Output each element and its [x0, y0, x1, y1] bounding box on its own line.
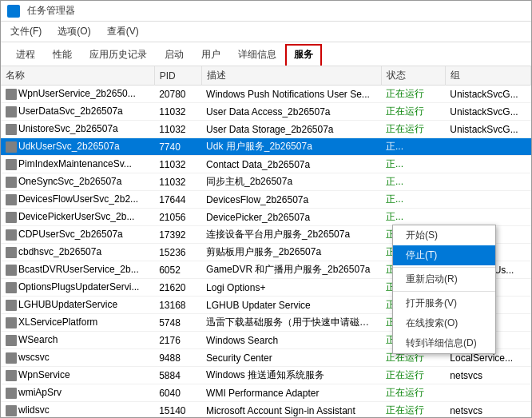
table-row[interactable]: UnistoreSvc_2b26507a11032User Data Stora… — [1, 121, 531, 138]
table-row[interactable]: wlidsvc15140Microsoft Account Sign-in As… — [1, 402, 531, 418]
context-menu-search-online[interactable]: 在线搜索(O) — [393, 313, 495, 333]
col-header-status[interactable]: 状态 — [381, 66, 445, 86]
context-menu: 开始(S) 停止(T) 重新启动(R) 打开服务(V) 在线搜索(O) 转到详细… — [392, 225, 496, 354]
row-service-icon — [6, 388, 17, 399]
context-menu-go-to-details[interactable]: 转到详细信息(D) — [393, 333, 495, 353]
tab-startup[interactable]: 启动 — [156, 44, 193, 66]
menu-options[interactable]: 选项(O) — [54, 23, 93, 40]
context-menu-start[interactable]: 开始(S) — [393, 225, 495, 245]
context-menu-restart[interactable]: 重新启动(R) — [393, 269, 495, 289]
context-menu-divider1 — [393, 267, 495, 268]
row-service-icon — [6, 212, 17, 223]
row-service-icon — [6, 229, 17, 241]
tab-performance[interactable]: 性能 — [44, 44, 81, 66]
service-name: wmiApSrv — [18, 387, 62, 398]
service-name: UnistoreSvc_2b26507a — [18, 123, 118, 134]
tab-services[interactable]: 服务 — [285, 44, 322, 66]
tab-details[interactable]: 详细信息 — [229, 44, 285, 66]
app-icon — [7, 5, 20, 18]
context-menu-stop[interactable]: 停止(T) — [393, 245, 495, 265]
service-name: wlidsvc — [18, 404, 50, 416]
table-row[interactable]: DevicesFlowUserSvc_2b2...17644DevicesFlo… — [1, 191, 531, 209]
table-row[interactable]: UserDataSvc_2b26507a11032User Data Acces… — [1, 103, 531, 121]
row-service-icon — [6, 124, 17, 135]
service-name: wscsvc — [18, 352, 50, 363]
row-service-icon — [6, 405, 17, 416]
row-service-icon — [6, 159, 17, 170]
row-service-icon — [6, 194, 17, 205]
service-name: WpnUserService_2b2650... — [18, 88, 136, 99]
service-name: OptionsPlugsUpdaterServi... — [18, 281, 139, 293]
menu-file[interactable]: 文件(F) — [7, 23, 45, 40]
row-service-icon — [6, 265, 17, 276]
title-bar: 任务管理器 — [1, 1, 531, 22]
table-row[interactable]: PimIndexMaintenanceSv...11032Contact Dat… — [1, 156, 531, 173]
row-service-icon — [6, 300, 17, 311]
service-name: WSearch — [18, 334, 58, 345]
service-name: UdkUserSvc_2b26507a — [18, 141, 120, 152]
service-name: PimIndexMaintenanceSv... — [18, 158, 132, 169]
row-service-icon — [6, 370, 17, 381]
col-header-desc[interactable]: 描述 — [201, 66, 381, 86]
menu-view[interactable]: 查看(V) — [104, 23, 142, 40]
tab-processes[interactable]: 进程 — [7, 44, 44, 66]
service-name: LGHUBUpdaterService — [18, 299, 117, 310]
menu-bar: 文件(F) 选项(O) 查看(V) — [1, 22, 531, 42]
row-service-icon — [6, 141, 17, 153]
row-service-icon — [6, 177, 17, 188]
service-name: XLServicePlatform — [18, 316, 97, 328]
tabs-bar: 进程 性能 应用历史记录 启动 用户 详细信息 服务 — [1, 42, 531, 66]
task-manager-window: 任务管理器 文件(F) 选项(O) 查看(V) 进程 性能 应用历史记录 启动 … — [0, 0, 532, 418]
tab-users[interactable]: 用户 — [193, 44, 229, 66]
service-name: DevicesFlowUserSvc_2b2... — [18, 193, 138, 205]
row-service-icon — [6, 89, 17, 100]
service-name: BcastDVRUserService_2b... — [18, 264, 139, 275]
tab-app-history[interactable]: 应用历史记录 — [81, 44, 156, 66]
col-header-name[interactable]: 名称 — [1, 66, 154, 86]
table-row[interactable]: DevicePickerUserSvc_2b...21056DevicePick… — [1, 209, 531, 226]
row-service-icon — [6, 247, 17, 258]
table-row[interactable]: UdkUserSvc_2b26507a7740Udk 用户服务_2b26507a… — [1, 138, 531, 156]
service-name: UserDataSvc_2b26507a — [18, 105, 123, 117]
context-menu-open-services[interactable]: 打开服务(V) — [393, 293, 495, 313]
service-name: WpnService — [18, 369, 70, 380]
service-name: OneSyncSvc_2b26507a — [18, 176, 121, 187]
row-service-icon — [6, 282, 17, 293]
services-table-container: 名称 PID 描述 状态 组 WpnUserService_2b2650...2… — [1, 66, 531, 417]
col-header-pid[interactable]: PID — [154, 66, 201, 86]
table-row[interactable]: wmiApSrv6040WMI Performance Adapter正在运行 — [1, 384, 531, 402]
row-service-icon — [6, 317, 17, 328]
col-header-group[interactable]: 组 — [445, 66, 530, 86]
table-header-row: 名称 PID 描述 状态 组 — [1, 66, 531, 86]
service-name: CDPUserSvc_2b26507a — [18, 229, 123, 240]
row-service-icon — [6, 352, 17, 364]
table-row[interactable]: OneSyncSvc_2b26507a11032同步主机_2b26507a正..… — [1, 173, 531, 191]
row-service-icon — [6, 106, 17, 117]
table-row[interactable]: WpnService5884Windows 推送通知系统服务正在运行netsvc… — [1, 367, 531, 384]
table-row[interactable]: WpnUserService_2b2650...20780Windows Pus… — [1, 86, 531, 103]
context-menu-divider2 — [393, 291, 495, 292]
row-service-icon — [6, 335, 17, 346]
service-name: DevicePickerUserSvc_2b... — [18, 211, 134, 222]
window-title: 任务管理器 — [27, 4, 75, 18]
service-name: cbdhsvc_2b26507a — [18, 246, 101, 257]
